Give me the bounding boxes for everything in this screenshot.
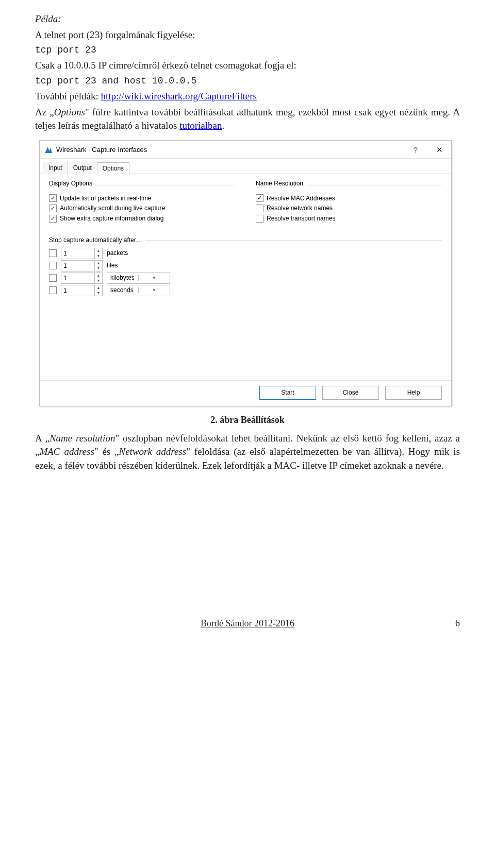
titlebar: Wireshark · Capture Interfaces ? ✕	[40, 141, 451, 159]
checkbox-update[interactable]	[49, 194, 57, 202]
page-footer: Bordé Sándor 2012-2016 6	[35, 617, 460, 630]
combo-sec-value: seconds	[107, 286, 138, 295]
checkbox-trans[interactable]	[256, 215, 263, 223]
spin-kb-input[interactable]	[61, 273, 94, 283]
cb-row-net: Resolve network names	[256, 204, 442, 213]
checkbox-stop-sec[interactable]	[49, 286, 57, 294]
stop-row-sec: ▲▼ seconds ▼	[49, 285, 442, 296]
checkbox-net[interactable]	[256, 205, 263, 212]
name-resolution-label: Name Resolution	[256, 179, 303, 188]
cb-row-trans: Resolve transport names	[256, 214, 442, 223]
titlebar-help-button[interactable]: ?	[404, 144, 427, 155]
para-period: .	[222, 120, 224, 131]
dialog-buttons: Start Close Help	[40, 380, 451, 406]
example-code-2: tcp port 23 and host 10.0.0.5	[35, 75, 460, 88]
stop-row-kb: ▲▼ kilobytes ▼	[49, 273, 442, 284]
spin-files-input[interactable]	[61, 261, 94, 271]
spin-packets-input[interactable]	[61, 248, 94, 259]
spin-down-icon[interactable]: ▼	[95, 291, 102, 296]
tab-input[interactable]: Input	[43, 162, 68, 174]
label-scroll: Automatically scroll during live capture	[60, 204, 165, 213]
p2-i2: MAC address	[39, 446, 94, 457]
window-title: Wireshark · Capture Interfaces	[56, 145, 404, 155]
spin-sec[interactable]: ▲▼	[61, 285, 103, 296]
start-button[interactable]: Start	[259, 386, 316, 400]
p2-pre: A „	[35, 433, 50, 444]
spin-kb[interactable]: ▲▼	[61, 273, 103, 284]
stop-capture-label: Stop capture automatically after…	[49, 236, 142, 245]
para-post: " fülre kattintva további beállításokat …	[35, 107, 460, 131]
unit-packets: packets	[107, 249, 133, 258]
footer-page-number: 6	[455, 617, 460, 630]
combo-sec[interactable]: seconds ▼	[107, 285, 170, 296]
cb-row-update: Update list of packets in real-time	[49, 194, 235, 203]
para-pre: Az „	[35, 107, 54, 117]
checkbox-scroll[interactable]	[49, 205, 57, 212]
label-net: Resolve network names	[267, 204, 333, 213]
checkbox-stop-files[interactable]	[49, 262, 57, 269]
tabs: Input Output Options	[43, 162, 451, 174]
cb-row-scroll: Automatically scroll during live capture	[49, 204, 235, 213]
cb-row-extra: Show extra capture information dialog	[49, 214, 235, 223]
example-code-1: tcp port 23	[35, 44, 460, 57]
combo-kb-value: kilobytes	[107, 274, 138, 282]
example-heading: Példa:	[35, 12, 460, 26]
more-examples-line: További példák: http://wiki.wireshark.or…	[35, 90, 460, 104]
label-extra: Show extra capture information dialog	[60, 214, 163, 223]
spin-sec-input[interactable]	[61, 285, 94, 296]
spin-down-icon[interactable]: ▼	[95, 278, 102, 283]
checkbox-stop-packets[interactable]	[49, 249, 57, 257]
unit-files: files	[107, 261, 133, 270]
capture-filters-link[interactable]: http://wiki.wireshark.org/CaptureFilters	[101, 91, 257, 101]
label-trans: Resolve transport names	[267, 214, 335, 223]
cb-row-mac: Resolve MAC Addresses	[256, 194, 442, 203]
tab-output[interactable]: Output	[68, 162, 97, 174]
name-resolution-paragraph: A „Name resolution" oszlopban névfeloldá…	[35, 432, 460, 473]
stop-row-packets: ▲▼ packets	[49, 248, 442, 259]
p2-i1: Name resolution	[50, 433, 115, 444]
figure-caption: 2. ábra Beállítások	[35, 414, 460, 427]
spin-up-icon[interactable]: ▲	[95, 261, 102, 266]
label-mac: Resolve MAC Addresses	[267, 194, 335, 203]
spin-up-icon[interactable]: ▲	[95, 248, 102, 253]
p2-i3: Network address	[119, 446, 187, 457]
chevron-down-icon: ▼	[138, 275, 170, 281]
stop-row-files: ▲▼ files	[49, 260, 442, 271]
tutorial-link[interactable]: tutorialban	[179, 120, 222, 131]
more-examples-label: További példák:	[35, 91, 101, 101]
checkbox-extra[interactable]	[49, 215, 57, 223]
spin-down-icon[interactable]: ▼	[95, 253, 102, 259]
titlebar-close-button[interactable]: ✕	[427, 144, 451, 155]
wireshark-dialog: Wireshark · Capture Interfaces ? ✕ Input…	[39, 140, 452, 406]
example-line-2: Csak a 10.0.0.5 IP címre/címről érkező t…	[35, 59, 460, 73]
checkbox-mac[interactable]	[256, 194, 263, 202]
options-paragraph: Az „Options" fülre kattintva további beá…	[35, 106, 460, 133]
display-options-label: Display Options	[49, 179, 92, 188]
wireshark-logo-icon	[44, 145, 53, 155]
chevron-down-icon: ▼	[138, 287, 170, 293]
spin-packets[interactable]: ▲▼	[61, 248, 103, 259]
tab-options[interactable]: Options	[97, 162, 129, 175]
spin-up-icon[interactable]: ▲	[95, 273, 102, 278]
example-line-1: A telnet port (23) forgalmának figyelése…	[35, 28, 460, 42]
options-term: Options	[54, 107, 85, 117]
spin-up-icon[interactable]: ▲	[95, 285, 102, 291]
checkbox-stop-kb[interactable]	[49, 274, 57, 282]
spin-down-icon[interactable]: ▼	[95, 266, 102, 271]
footer-author: Bordé Sándor 2012-2016	[201, 618, 294, 628]
p2-mid2: " és „	[94, 446, 119, 457]
spin-files[interactable]: ▲▼	[61, 260, 103, 271]
help-button[interactable]: Help	[385, 386, 442, 400]
close-button[interactable]: Close	[322, 386, 379, 400]
label-update: Update list of packets in real-time	[60, 194, 151, 203]
tab-content: Display Options Update list of packets i…	[40, 174, 451, 380]
combo-kb[interactable]: kilobytes ▼	[107, 273, 170, 284]
